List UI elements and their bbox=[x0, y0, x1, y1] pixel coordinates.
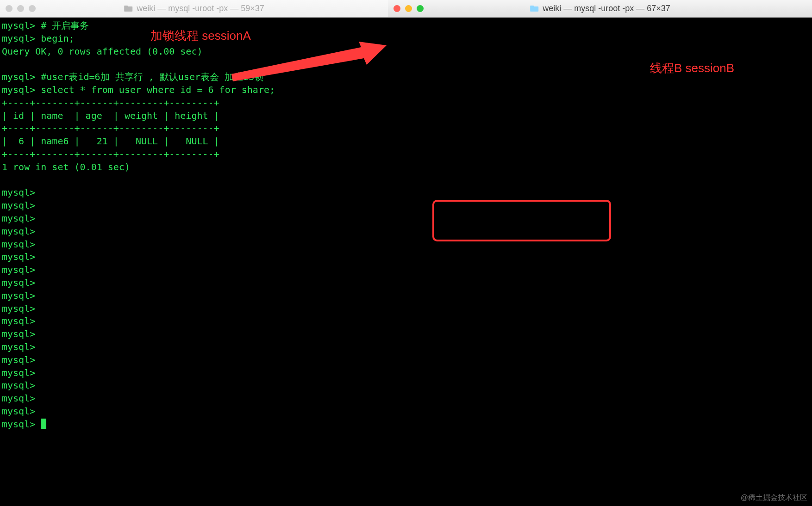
terminal-window-left: weiki — mysql -uroot -px — 59×37 mysql> … bbox=[0, 0, 388, 506]
cursor-icon bbox=[41, 419, 46, 429]
minimize-icon[interactable] bbox=[17, 5, 24, 12]
folder-icon bbox=[530, 5, 539, 12]
window-controls-left bbox=[6, 5, 36, 12]
terminal-output-left[interactable]: mysql> # 开启事务 mysql> begin; Query OK, 0 … bbox=[0, 18, 388, 506]
terminal-output-right[interactable] bbox=[388, 18, 812, 506]
terminal-window-right: weiki — mysql -uroot -px — 67×37 bbox=[388, 0, 812, 506]
minimize-icon[interactable] bbox=[405, 5, 412, 12]
watermark: @稀土掘金技术社区 bbox=[741, 491, 807, 504]
close-icon[interactable] bbox=[394, 5, 400, 12]
window-controls-right bbox=[394, 5, 424, 12]
window-title-text: weiki — mysql -uroot -px — 59×37 bbox=[137, 2, 264, 15]
window-title-left: weiki — mysql -uroot -px — 59×37 bbox=[124, 2, 264, 15]
window-title-right: weiki — mysql -uroot -px — 67×37 bbox=[530, 2, 670, 15]
zoom-icon[interactable] bbox=[417, 5, 424, 12]
zoom-icon[interactable] bbox=[29, 5, 36, 12]
close-icon[interactable] bbox=[6, 5, 12, 12]
titlebar-left[interactable]: weiki — mysql -uroot -px — 59×37 bbox=[0, 0, 388, 18]
titlebar-right[interactable]: weiki — mysql -uroot -px — 67×37 bbox=[388, 0, 812, 18]
window-title-text: weiki — mysql -uroot -px — 67×37 bbox=[543, 2, 670, 15]
folder-icon bbox=[124, 5, 133, 12]
